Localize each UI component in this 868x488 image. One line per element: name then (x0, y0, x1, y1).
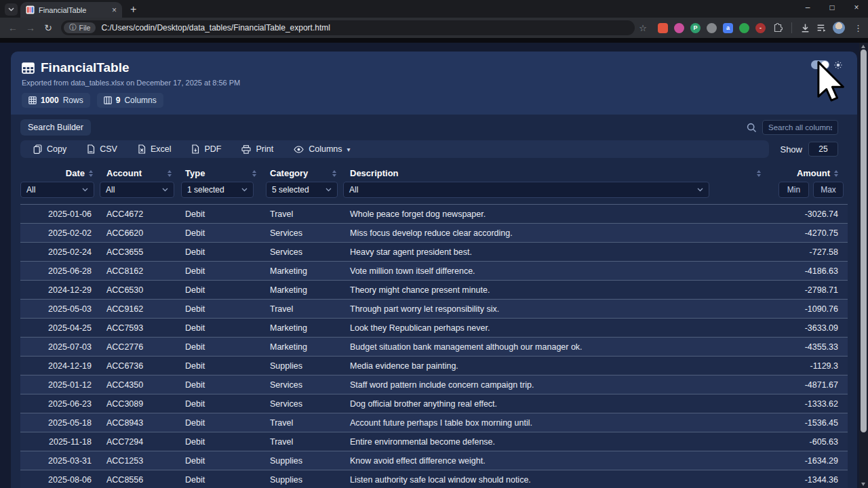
pdf-button[interactable]: PDF (181, 140, 231, 158)
table-row[interactable]: 2025-03-31ACC1253DebitSuppliesKnow avoid… (20, 451, 848, 470)
reading-list-icon[interactable] (816, 23, 827, 33)
table-row[interactable]: 2025-04-25ACC7593DebitMarketingLook they… (20, 319, 848, 338)
profile-avatar[interactable] (833, 22, 845, 34)
header-type[interactable]: Type (178, 163, 263, 182)
cell-category: Services (263, 243, 343, 262)
scrollbar-thumb[interactable] (861, 49, 867, 432)
cell-amount: -2798.71 (768, 281, 848, 300)
cell-description: Entire environmental become defense. (343, 432, 768, 451)
header-category[interactable]: Category (263, 163, 343, 182)
ext-icon-sprout[interactable] (739, 23, 749, 33)
cell-amount: -1634.29 (768, 451, 848, 470)
cell-account: ACC8943 (100, 413, 178, 432)
account-filter-select[interactable]: All (100, 182, 174, 198)
table-row[interactable]: 2025-06-23ACC3089DebitServicesDog offici… (20, 394, 848, 413)
scroll-down-icon[interactable] (861, 483, 865, 486)
table-row[interactable]: 2025-02-02ACC6620DebitServicesMiss focus… (20, 224, 848, 243)
table-row[interactable]: 2025-01-06ACC4672DebitTravelWhole peace … (20, 205, 848, 224)
cell-date: 2025-02-02 (20, 224, 100, 243)
cell-category: Services (263, 375, 343, 394)
cell-amount: -3633.09 (768, 319, 848, 338)
page-size-select[interactable]: 25 (808, 142, 838, 157)
amount-min-input[interactable] (778, 182, 809, 198)
ext-icon-camera[interactable] (707, 23, 717, 33)
sort-icon (167, 170, 172, 177)
sort-icon (252, 170, 256, 177)
description-filter-select[interactable]: All (343, 182, 709, 198)
cell-type: Debit (178, 243, 263, 262)
cell-amount: -1333.62 (768, 394, 848, 413)
cell-amount: -3026.74 (768, 205, 848, 224)
cell-description: Theory might chance present minute. (343, 281, 768, 300)
sort-icon (757, 170, 761, 177)
new-tab-button[interactable]: + (130, 4, 136, 15)
header-description[interactable]: Description (343, 163, 768, 182)
sort-icon (332, 170, 336, 177)
search-icon (747, 123, 757, 133)
grid-icon (28, 96, 37, 104)
table-row[interactable]: 2025-11-18ACC7294DebitTravelEntire envir… (20, 432, 848, 451)
forward-icon[interactable]: → (23, 22, 38, 33)
tab-close-icon[interactable]: × (112, 6, 117, 14)
back-icon[interactable]: ← (5, 22, 20, 33)
header-row: Date Account Type Category Descr (20, 163, 848, 182)
print-button[interactable]: Print (231, 140, 283, 158)
header-account[interactable]: Account (100, 163, 178, 182)
amount-max-input[interactable] (813, 182, 844, 198)
table-row[interactable]: 2025-01-12ACC4350DebitServicesStaff word… (20, 375, 848, 394)
table-row[interactable]: 2025-05-03ACC9162DebitTravelThrough part… (20, 300, 848, 319)
cell-date: 2025-05-03 (20, 300, 100, 319)
tab-search-button[interactable] (5, 3, 18, 16)
cell-type: Debit (178, 281, 263, 300)
ext-icon-blue[interactable]: a (723, 23, 733, 33)
table-row[interactable]: 2025-02-24ACC3655DebitServicesHeavy star… (20, 243, 848, 262)
table-row[interactable]: 2025-05-18ACC8943DebitTravelAccount futu… (20, 413, 848, 432)
columns-button[interactable]: Columns ▾ (283, 140, 360, 158)
type-filter-select[interactable]: 1 selected (181, 182, 254, 198)
table-row[interactable]: 2024-12-19ACC6736DebitSuppliesMedia evid… (20, 357, 848, 375)
search-input[interactable] (762, 120, 838, 135)
cell-account: ACC7593 (100, 319, 178, 338)
table-row[interactable]: 2025-07-03ACC2776DebitMarketingBudget si… (20, 338, 848, 357)
ext-icon-green-p[interactable]: P (690, 23, 701, 33)
page-scrollbar[interactable] (859, 43, 868, 488)
menu-kebab-icon[interactable]: ⋮ (854, 23, 863, 33)
scroll-up-icon[interactable] (861, 45, 865, 48)
header-amount[interactable]: Amount (768, 163, 848, 182)
downloads-icon[interactable] (800, 23, 810, 33)
ext-icon-red[interactable] (658, 23, 668, 33)
copy-button[interactable]: Copy (23, 140, 77, 158)
header-date[interactable]: Date (20, 163, 100, 182)
eye-icon (294, 146, 304, 153)
cell-description: Heavy star agent president best. (343, 243, 768, 262)
browser-toolbar: ← → ↻ ⓘ File C:/Users/codin/Desktop/data… (0, 18, 868, 38)
category-filter-select[interactable]: 5 selected (266, 182, 338, 198)
cell-description: Account future perhaps I table box morni… (343, 413, 768, 432)
search-builder-button[interactable]: Search Builder (20, 119, 91, 136)
close-button[interactable]: × (852, 3, 861, 12)
ext-icon-pink[interactable] (674, 23, 684, 33)
cell-type: Debit (178, 451, 263, 470)
url-bar[interactable]: ⓘ File C:/Users/codin/Desktop/data_table… (61, 20, 635, 35)
table-row[interactable]: 2025-06-28ACC8162DebitMarketingVote mill… (20, 262, 848, 281)
table-row[interactable]: 2024-12-29ACC6530DebitMarketingTheory mi… (20, 281, 848, 300)
cell-type: Debit (178, 413, 263, 432)
excel-button[interactable]: Excel (127, 140, 182, 158)
ext-icon-stop[interactable]: - (755, 23, 766, 33)
csv-button[interactable]: CSV (77, 140, 127, 158)
maximize-button[interactable]: □ (827, 3, 837, 12)
sort-icon (89, 170, 93, 177)
date-filter-select[interactable]: All (20, 182, 94, 198)
file-excel-icon (138, 144, 146, 154)
extensions-puzzle-icon[interactable] (772, 22, 783, 33)
cell-account: ACC6736 (100, 357, 178, 375)
refresh-icon[interactable]: ↻ (41, 22, 56, 33)
table-row[interactable]: 2025-08-06ACC8556DebitSuppliesListen aut… (20, 470, 848, 488)
minimize-button[interactable]: – (803, 3, 812, 12)
browser-tab[interactable]: FinancialTable × (20, 2, 122, 18)
cell-description: Budget situation bank management althoug… (343, 338, 768, 357)
chrome-divider (0, 38, 868, 43)
cell-category: Travel (263, 205, 343, 224)
page-title: FinancialTable (41, 60, 130, 75)
bookmark-star-icon[interactable]: ☆ (639, 23, 647, 33)
